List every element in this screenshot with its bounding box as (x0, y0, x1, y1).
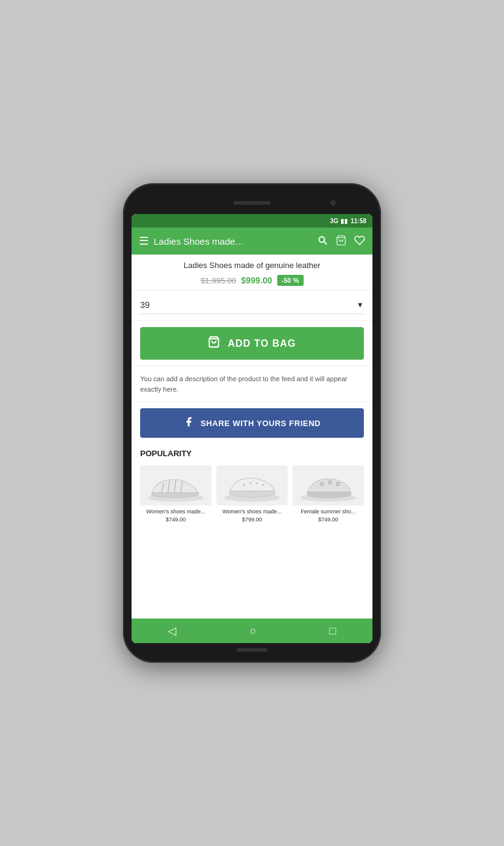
phone-camera (331, 200, 336, 205)
home-nav-icon[interactable]: ○ (250, 625, 256, 638)
recent-nav-icon[interactable]: □ (329, 625, 336, 638)
phone-speaker (234, 201, 270, 205)
app-bar: ☰ Ladies Shoes made... (132, 227, 372, 255)
product-image-1 (140, 465, 211, 505)
add-to-bag-button[interactable]: ADD TO BAG (140, 327, 364, 360)
product-card-1[interactable]: Women's shoes made... $749.00 (140, 465, 211, 523)
product-card-price-3: $749.00 (318, 516, 339, 523)
app-bar-title: Ladies Shoes made... (154, 236, 312, 247)
app-bar-icons (317, 235, 365, 248)
menu-icon[interactable]: ☰ (139, 235, 149, 247)
share-facebook-button[interactable]: SHARE WITH YOURS FRIEND (140, 408, 364, 438)
phone-home-button (237, 648, 267, 652)
back-nav-icon[interactable]: ◁ (168, 624, 176, 638)
bag-icon (208, 336, 220, 351)
phone-device: 3G ▮▮ 11:58 ☰ Ladies Shoes made... (123, 183, 381, 663)
product-card-name-2: Women's shoes made... (216, 508, 288, 515)
product-image-2 (216, 465, 288, 505)
product-card-name-3: Female summer sho... (293, 508, 364, 515)
product-image-3 (293, 465, 364, 505)
svg-point-8 (256, 482, 258, 484)
status-bar: 3G ▮▮ 11:58 (132, 214, 372, 227)
battery-icon: ▮▮ (341, 218, 348, 224)
product-name: Ladies Shoes made of genuine leather (140, 261, 364, 270)
product-card-name-1: Women's shoes made... (140, 508, 211, 515)
chevron-down-icon: ▼ (356, 301, 364, 309)
time-display: 11:58 (350, 218, 366, 224)
facebook-icon (183, 416, 194, 430)
description-section: You can add a description of the product… (132, 366, 372, 402)
phone-bottom-bar (132, 648, 372, 652)
svg-line-1 (324, 241, 326, 243)
size-dropdown[interactable]: 39 ▼ (140, 296, 364, 314)
product-card-price-2: $799.00 (242, 516, 262, 523)
size-value: 39 (140, 300, 150, 310)
product-card-price-1: $749.00 (166, 516, 186, 523)
svg-point-7 (249, 482, 251, 484)
products-grid: Women's shoes made... $749.00 (140, 465, 364, 523)
popularity-section: POPULARITY (132, 444, 372, 528)
add-to-bag-label: ADD TO BAG (227, 338, 296, 349)
discount-badge: -50 % (277, 275, 304, 286)
share-button-label: SHARE WITH YOURS FRIEND (200, 419, 320, 428)
add-to-bag-section: ADD TO BAG (132, 321, 372, 366)
phone-top-bar (132, 194, 372, 212)
search-icon[interactable] (317, 235, 328, 248)
signal-indicator: 3G (330, 218, 338, 224)
phone-screen: 3G ▮▮ 11:58 ☰ Ladies Shoes made... (132, 214, 372, 643)
cart-icon[interactable] (336, 235, 347, 248)
svg-point-9 (262, 484, 264, 486)
description-text: You can add a description of the product… (140, 374, 364, 394)
price-original: $1,995.00 (200, 276, 236, 285)
wishlist-icon[interactable] (354, 235, 365, 248)
price-row: $1,995.00 $999.00 -50 % (140, 275, 364, 286)
content-area: Ladies Shoes made of genuine leather $1,… (132, 255, 372, 619)
product-card-3[interactable]: Female summer sho... $749.00 (293, 465, 364, 523)
size-selector[interactable]: 39 ▼ (132, 290, 372, 321)
bottom-navigation: ◁ ○ □ (132, 619, 372, 643)
product-card-2[interactable]: Women's shoes made... $799.00 (216, 465, 288, 523)
popularity-title: POPULARITY (140, 449, 364, 458)
svg-point-6 (243, 484, 245, 486)
product-title-section: Ladies Shoes made of genuine leather $1,… (132, 255, 372, 290)
price-current: $999.00 (241, 275, 272, 285)
